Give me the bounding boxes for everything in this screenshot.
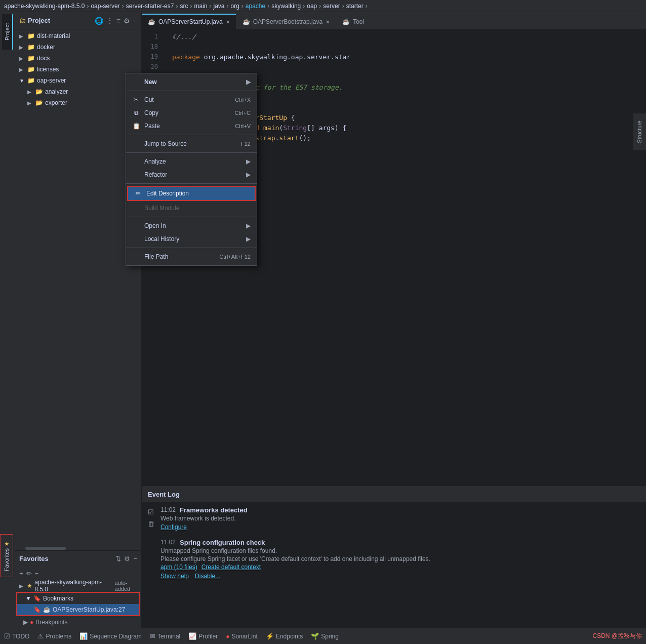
line-number: 20 bbox=[142, 63, 162, 70]
submenu-arrow-icon: ▶ bbox=[246, 78, 251, 86]
show-help-link[interactable]: Show help bbox=[160, 573, 189, 580]
breadcrumb-item-6[interactable]: java bbox=[213, 3, 224, 10]
arrow-icon: ▶ bbox=[23, 619, 28, 626]
status-sequence-diagram[interactable]: 📊 Sequence Diagram bbox=[79, 632, 142, 640]
status-terminal[interactable]: ✉ Terminal bbox=[150, 632, 180, 640]
ctx-divider-5 bbox=[126, 217, 257, 217]
breadcrumb-item-10[interactable]: oap bbox=[307, 3, 317, 10]
check-icon[interactable]: ☑ bbox=[148, 508, 154, 516]
status-spring[interactable]: 🌱 Spring bbox=[311, 632, 339, 640]
favorites-root-item[interactable]: ▶ ★ apache-skywalking-apm-8.5.0 auto-add… bbox=[15, 580, 141, 591]
fav-minimize-icon[interactable]: − bbox=[133, 555, 137, 562]
status-endpoints[interactable]: ⚡ Endpoints bbox=[266, 632, 303, 640]
breadcrumb-item-root[interactable]: apache-skywalking-apm-8.5.0 bbox=[4, 3, 85, 10]
editor-tabs: ☕ OAPServerStartUp.java ✕ ☕ OAPServerBoo… bbox=[142, 12, 646, 29]
tab-tool[interactable]: ☕ Tool bbox=[336, 14, 370, 29]
auto-added-label: auto-added bbox=[115, 580, 141, 592]
endpoints-label: Endpoints bbox=[276, 633, 303, 640]
breakpoints-item[interactable]: ▶ ● Breakpoints bbox=[15, 617, 141, 628]
remove-icon[interactable]: − bbox=[35, 570, 39, 577]
horizontal-scrollbar[interactable] bbox=[15, 546, 141, 550]
status-bar: ☑ TODO ⚠ Problems 📊 Sequence Diagram ✉ T… bbox=[0, 628, 646, 644]
submenu-arrow-icon: ▶ bbox=[246, 171, 251, 178]
ctx-divider-4 bbox=[126, 183, 257, 184]
star-icon: ★ bbox=[27, 582, 32, 589]
line-number: 1 bbox=[142, 33, 162, 40]
tab-close-icon[interactable]: ✕ bbox=[226, 19, 230, 25]
favorites-side-tab[interactable]: ★ Favorites bbox=[0, 534, 13, 577]
edit-icon[interactable]: ✏ bbox=[26, 570, 32, 577]
tree-item-label: docs bbox=[37, 55, 50, 62]
status-profiler[interactable]: 📈 Profiler bbox=[188, 632, 218, 640]
trash-icon[interactable]: 🗑 bbox=[148, 520, 154, 528]
java-file-icon: ☕ bbox=[43, 606, 51, 613]
tab-oap-server-startup[interactable]: ☕ OAPServerStartUp.java ✕ bbox=[142, 14, 236, 29]
arrow-icon: ▶ bbox=[19, 45, 25, 50]
code-line-20: 20 bbox=[142, 62, 646, 72]
profiler-icon: 📈 bbox=[188, 632, 196, 640]
spring-icon: 🌱 bbox=[311, 632, 319, 640]
scope-icon[interactable]: 🌐 bbox=[95, 17, 103, 25]
disable-link[interactable]: Disable... bbox=[195, 573, 220, 580]
ctx-edit-description[interactable]: ✏ Edit Description bbox=[128, 187, 255, 200]
ctx-analyze[interactable]: Analyze ▶ bbox=[126, 155, 257, 168]
arrow-icon: ▶ bbox=[19, 56, 25, 61]
tree-item-docker[interactable]: ▶ 📁 docker bbox=[15, 42, 141, 53]
line-number: 19 bbox=[142, 53, 162, 60]
settings-icon[interactable]: ⚙ bbox=[124, 17, 130, 25]
tree-item-licenses[interactable]: ▶ 📁 licenses bbox=[15, 64, 141, 75]
ctx-paste[interactable]: 📋 Paste Ctrl+V bbox=[126, 119, 257, 133]
status-sonarlint[interactable]: ● SonarLint bbox=[226, 633, 258, 640]
breadcrumb-item-12[interactable]: starter bbox=[346, 3, 364, 10]
ctx-open-in[interactable]: Open In ▶ bbox=[126, 219, 257, 232]
breadcrumb-item-5[interactable]: main bbox=[194, 3, 207, 10]
breadcrumb-item-4[interactable]: src bbox=[180, 3, 188, 10]
bookmarks-item[interactable]: ▼ 🔖 Bookmarks bbox=[17, 593, 139, 604]
ctx-refactor[interactable]: Refactor ▶ bbox=[126, 168, 257, 181]
arrow-icon: ▶ bbox=[19, 583, 25, 589]
bookmarks-group: ▼ 🔖 Bookmarks 🔖 ☕ OAPServerStartUp.java:… bbox=[16, 592, 140, 616]
ctx-build-module: Build Module bbox=[126, 202, 257, 215]
structure-side-tab[interactable]: Structure bbox=[633, 113, 646, 150]
apm-files-link[interactable]: apm (10 files) bbox=[160, 564, 197, 571]
ctx-new[interactable]: New ▶ bbox=[126, 75, 257, 89]
breadcrumb-item-apache[interactable]: apache bbox=[246, 3, 265, 10]
tab-close-icon[interactable]: ✕ bbox=[326, 19, 330, 25]
tree-item-docs[interactable]: ▶ 📁 docs bbox=[15, 53, 141, 64]
breadcrumb-item-3[interactable]: server-starter-es7 bbox=[126, 3, 174, 10]
create-default-context-link[interactable]: Create default context bbox=[201, 564, 261, 571]
tree-item-analyzer[interactable]: ▶ 📂 analyzer bbox=[15, 86, 141, 97]
breakpoints-label: Breakpoints bbox=[35, 619, 67, 626]
arrow-icon: ▶ bbox=[27, 100, 33, 106]
code-line-1: 1 ☾/.../ bbox=[142, 31, 646, 42]
ctx-copy[interactable]: ⧉ Copy Ctrl+C bbox=[126, 106, 257, 119]
ctx-local-history[interactable]: Local History ▶ bbox=[126, 232, 257, 246]
breadcrumb-item-11[interactable]: server bbox=[323, 3, 340, 10]
collapse-all-icon[interactable]: ≡ bbox=[116, 17, 120, 25]
ctx-file-path[interactable]: File Path Ctrl+Alt+F12 bbox=[126, 250, 257, 263]
expand-all-icon[interactable]: ⋮ bbox=[106, 17, 113, 25]
configure-link[interactable]: Configure bbox=[160, 524, 187, 531]
breadcrumb-item-2[interactable]: oap-server bbox=[91, 3, 119, 10]
minimize-icon[interactable]: − bbox=[133, 17, 137, 25]
tree-item-exporter[interactable]: ▶ 📂 exporter bbox=[15, 97, 141, 108]
project-tab-icon[interactable]: Project bbox=[2, 14, 13, 50]
sequence-diagram-icon: 📊 bbox=[79, 632, 88, 640]
project-panel: 🗂 Project 🌐 ⋮ ≡ ⚙ − ▶ 📁 dist-material ▶ … bbox=[15, 12, 142, 628]
add-icon[interactable]: + bbox=[19, 570, 23, 577]
ctx-jump-to-source[interactable]: Jump to Source F12 bbox=[126, 137, 257, 150]
ctx-cut[interactable]: ✂ Cut Ctrl+X bbox=[126, 93, 257, 106]
bookmark-child-item[interactable]: 🔖 ☕ OAPServerStartUp.java:27 bbox=[17, 604, 139, 615]
status-problems[interactable]: ⚠ Problems bbox=[37, 632, 71, 640]
tree-item-dist-material[interactable]: ▶ 📁 dist-material bbox=[15, 30, 141, 42]
tab-oap-server-bootstrap[interactable]: ☕ OAPServerBootstrap.java ✕ bbox=[236, 14, 336, 29]
event-log-title: Event Log bbox=[148, 491, 180, 498]
folder-icon: 📁 bbox=[27, 66, 35, 73]
ctx-new-label: New bbox=[144, 78, 157, 86]
breadcrumb-item-7[interactable]: org bbox=[231, 3, 239, 10]
fav-tune-icon[interactable]: ⇅ bbox=[115, 555, 121, 562]
status-todo[interactable]: ☑ TODO bbox=[4, 632, 29, 640]
tree-item-oap-server[interactable]: ▼ 📁 oap-server bbox=[15, 75, 141, 86]
breadcrumb-item-9[interactable]: skywalking bbox=[271, 3, 301, 10]
fav-settings-icon[interactable]: ⚙ bbox=[124, 555, 130, 562]
